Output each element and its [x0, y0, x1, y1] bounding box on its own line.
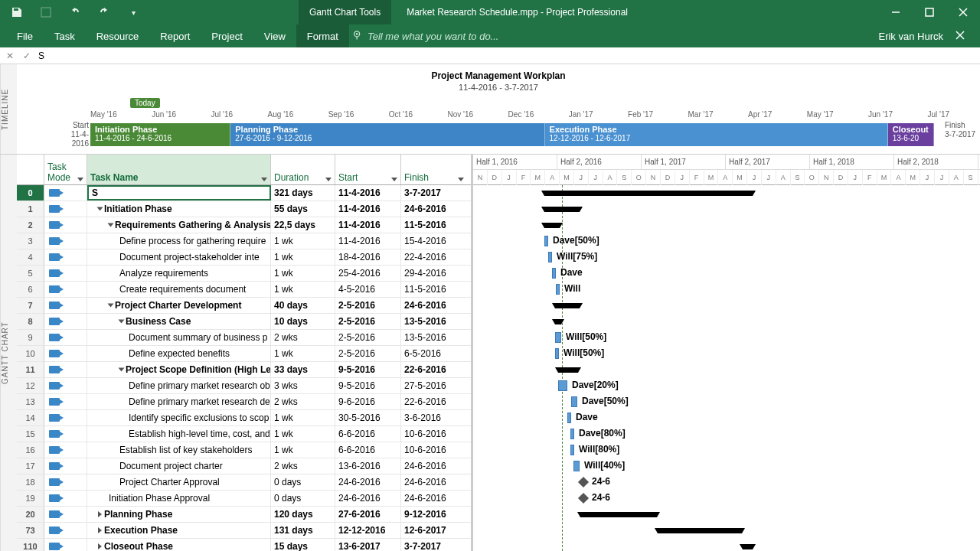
finish-cell[interactable]: 6-5-2016 — [401, 346, 467, 361]
ribbon-tab-project[interactable]: Project — [201, 24, 253, 47]
task-mode-cell[interactable] — [44, 233, 87, 249]
gantt-summary-bar[interactable] — [544, 223, 560, 228]
task-name-cell[interactable]: Define process for gathering require — [87, 233, 271, 249]
task-row[interactable]: 13Define primary market research de2 wks… — [17, 394, 471, 410]
task-name-cell[interactable]: Initiation Phase — [87, 201, 271, 217]
task-name-cell[interactable]: Establish list of key stakeholders — [87, 442, 271, 458]
task-row[interactable]: 7Project Charter Development40 days2-5-2… — [17, 298, 471, 314]
duration-cell[interactable]: 0 days — [271, 474, 335, 490]
finish-cell[interactable]: 15-4-2016 — [401, 233, 467, 249]
timeline-phase-bar[interactable]: Initiation Phase11-4-2016 - 24-6-2016 — [90, 123, 230, 146]
col-start[interactable]: Start — [335, 155, 401, 184]
row-id[interactable]: 19 — [17, 491, 44, 506]
start-cell[interactable]: 9-5-2016 — [335, 378, 401, 393]
finish-cell[interactable]: 13-5-2016 — [401, 330, 467, 345]
start-cell[interactable]: 2-5-2016 — [335, 298, 401, 313]
task-name-cell[interactable]: Document project charter — [87, 458, 271, 474]
task-mode-cell[interactable] — [44, 201, 87, 217]
gantt-task-bar[interactable] — [552, 268, 556, 279]
row-id[interactable]: 11 — [17, 362, 44, 377]
ribbon-tab-task[interactable]: Task — [44, 24, 86, 47]
task-mode-cell[interactable] — [44, 491, 87, 506]
task-mode-cell[interactable] — [44, 410, 87, 425]
finish-cell[interactable]: 29-4-2016 — [401, 266, 467, 281]
task-row[interactable]: 15Establish high-level time, cost, and1 … — [17, 426, 471, 442]
duration-cell[interactable]: 131 days — [271, 523, 335, 538]
gantt-task-bar[interactable] — [573, 461, 580, 471]
start-cell[interactable]: 9-5-2016 — [335, 362, 401, 377]
task-row[interactable]: 18Project Charter Approval0 days24-6-201… — [17, 474, 471, 491]
maximize-button[interactable] — [913, 0, 946, 24]
outline-toggle-icon[interactable] — [108, 303, 114, 307]
outline-toggle-icon[interactable] — [97, 207, 103, 210]
task-mode-cell[interactable] — [44, 362, 87, 377]
row-id[interactable]: 0 — [17, 185, 44, 201]
start-cell[interactable]: 13-6-2016 — [335, 458, 401, 474]
outline-toggle-icon[interactable] — [98, 543, 102, 549]
gantt-task-bar[interactable] — [555, 348, 559, 359]
start-cell[interactable]: 6-6-2016 — [335, 426, 401, 442]
task-row[interactable]: 2Requirements Gathering & Analysis22,5 d… — [17, 217, 471, 233]
save-icon[interactable] — [9, 5, 24, 20]
task-mode-cell[interactable] — [44, 282, 87, 297]
chevron-down-icon[interactable] — [325, 178, 332, 181]
task-name-cell[interactable]: Project Charter Approval — [87, 474, 271, 490]
col-task-name[interactable]: Task Name — [87, 155, 271, 184]
row-id[interactable]: 12 — [17, 378, 44, 393]
task-mode-cell[interactable] — [44, 539, 87, 551]
row-id[interactable]: 18 — [17, 474, 44, 490]
task-name-cell[interactable]: Project Charter Development — [87, 298, 271, 313]
task-row[interactable]: 19Initiation Phase Approval0 days24-6-20… — [17, 491, 471, 507]
start-cell[interactable]: 30-5-2016 — [335, 410, 401, 425]
row-id[interactable]: 5 — [17, 266, 44, 281]
task-row[interactable]: 10Define expected benefits1 wk2-5-20166-… — [17, 346, 471, 362]
gantt-summary-bar[interactable] — [580, 512, 657, 517]
finish-cell[interactable]: 9-12-2016 — [401, 507, 467, 522]
task-name-cell[interactable]: Closeout Phase — [87, 539, 271, 551]
gantt-task-bar[interactable] — [567, 412, 571, 423]
task-mode-cell[interactable] — [44, 523, 87, 538]
gantt-summary-bar[interactable] — [743, 544, 753, 549]
gantt-summary-bar[interactable] — [544, 191, 753, 196]
start-cell[interactable]: 4-5-2016 — [335, 282, 401, 297]
ribbon-tab-format[interactable]: Format — [296, 24, 349, 47]
task-name-cell[interactable]: Define primary market research ob — [87, 378, 271, 393]
start-cell[interactable]: 25-4-2016 — [335, 266, 401, 281]
gantt-milestone-icon[interactable] — [578, 493, 589, 504]
finish-cell[interactable]: 22-4-2016 — [401, 249, 467, 265]
gantt-summary-bar[interactable] — [558, 367, 578, 373]
task-row[interactable]: 3Define process for gathering require1 w… — [17, 233, 471, 249]
task-mode-cell[interactable] — [44, 249, 87, 265]
row-id[interactable]: 73 — [17, 523, 44, 538]
task-mode-cell[interactable] — [44, 330, 87, 345]
outline-toggle-icon[interactable] — [119, 319, 125, 323]
task-row[interactable]: 4Document project-stakeholder inte1 wk18… — [17, 249, 471, 266]
duration-cell[interactable]: 321 days — [271, 185, 335, 201]
row-id[interactable]: 13 — [17, 394, 44, 409]
start-cell[interactable]: 2-5-2016 — [335, 330, 401, 345]
row-id[interactable]: 2 — [17, 217, 44, 233]
start-cell[interactable]: 11-4-2016 — [335, 201, 401, 217]
task-name-cell[interactable]: Document project-stakeholder inte — [87, 249, 271, 265]
task-mode-cell[interactable] — [44, 507, 87, 522]
chevron-down-icon[interactable] — [77, 178, 83, 181]
tell-me-search[interactable]: Tell me what you want to do... — [352, 31, 499, 42]
gantt-task-bar[interactable] — [570, 429, 574, 439]
duration-cell[interactable]: 1 wk — [271, 442, 335, 458]
finish-cell[interactable]: 10-6-2016 — [401, 426, 467, 442]
col-finish[interactable]: Finish — [401, 155, 467, 184]
ribbon-tab-report[interactable]: Report — [149, 24, 201, 47]
task-mode-cell[interactable] — [44, 217, 87, 233]
duration-cell[interactable]: 1 wk — [271, 282, 335, 297]
gantt-summary-bar[interactable] — [544, 207, 580, 212]
task-name-cell[interactable]: Requirements Gathering & Analysis — [87, 217, 271, 233]
chevron-down-icon[interactable] — [391, 178, 397, 181]
outline-toggle-icon[interactable] — [108, 223, 114, 227]
finish-cell[interactable]: 22-6-2016 — [401, 362, 467, 377]
row-id[interactable]: 17 — [17, 458, 44, 474]
finish-cell[interactable]: 24-6-2016 — [401, 474, 467, 490]
gantt-task-bar[interactable] — [548, 252, 552, 262]
duration-cell[interactable]: 22,5 days — [271, 217, 335, 233]
duration-cell[interactable]: 2 wks — [271, 394, 335, 409]
undo-icon[interactable] — [67, 5, 83, 20]
